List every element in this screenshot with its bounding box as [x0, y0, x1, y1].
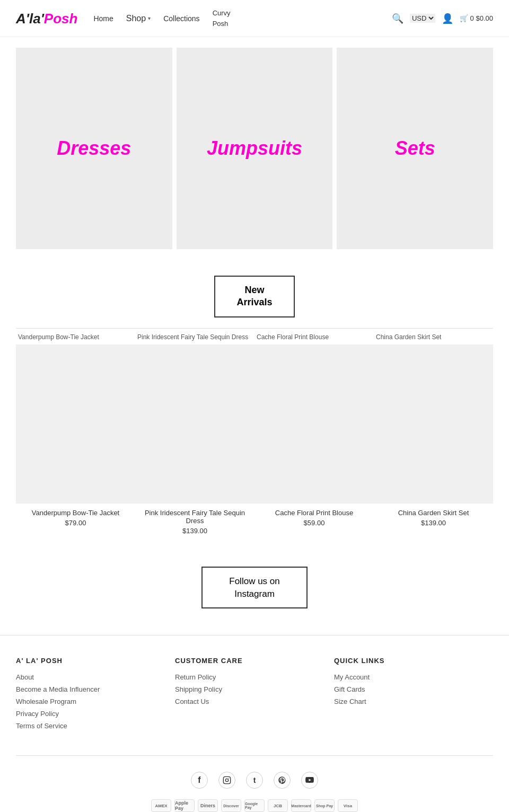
product-bar-name-3: China Garden Skirt Set	[376, 333, 441, 341]
logo[interactable]: A'la'Posh	[16, 10, 77, 27]
category-section: Dresses Jumpsuits Sets	[0, 37, 509, 260]
follow-line2: Instagram	[234, 589, 275, 599]
product-card-3[interactable]: China Garden Skirt Set $139.00	[374, 345, 493, 545]
category-sets[interactable]: Sets	[337, 48, 493, 249]
social-icons-row: f t	[0, 761, 509, 795]
account-icon[interactable]: 👤	[442, 13, 453, 24]
product-bar-name-0: Vanderpump Bow-Tie Jacket	[18, 333, 99, 341]
footer-wholesale-link[interactable]: Wholesale Program	[16, 698, 175, 705]
footer-size-chart-link[interactable]: Size Chart	[334, 698, 493, 705]
footer-influencer-link[interactable]: Become a Media Influencer	[16, 685, 175, 693]
twitter-icon[interactable]: t	[246, 772, 263, 789]
payment-icons-row: AMEX Apple Pay Diners Discover Google Pa…	[0, 795, 509, 812]
footer-my-account-link[interactable]: My Account	[334, 673, 493, 681]
logo-text-main: A'la'	[16, 11, 44, 27]
footer: A' LA' POSH About Become a Media Influen…	[0, 636, 509, 750]
search-icon[interactable]: 🔍	[392, 13, 403, 24]
product-price-3: $139.00	[374, 519, 493, 527]
footer-customer-care-title: CUSTOMER CARE	[175, 657, 334, 665]
product-card-2[interactable]: Cache Floral Print Blouse $59.00	[254, 345, 374, 545]
header-actions: 🔍 USD 👤 🛒 0 $0.00	[392, 13, 493, 24]
nav-curvy[interactable]: Curvy	[213, 8, 231, 19]
new-arrivals-section: New Arrivals	[0, 260, 509, 328]
products-grid: Vanderpump Bow-Tie Jacket $79.00 Pink Ir…	[0, 345, 509, 545]
product-name-0: Vanderpump Bow-Tie Jacket	[16, 509, 135, 517]
footer-contact-link[interactable]: Contact Us	[175, 698, 334, 705]
payment-google-pay: Google Pay	[244, 799, 265, 812]
new-arrivals-button[interactable]: New Arrivals	[214, 276, 294, 317]
chevron-down-icon: ▾	[148, 15, 151, 21]
footer-quick-links-title: QUICK LINKS	[334, 657, 493, 665]
product-name-bar-0: Vanderpump Bow-Tie Jacket	[16, 328, 135, 345]
product-card-0[interactable]: Vanderpump Bow-Tie Jacket $79.00	[16, 345, 135, 545]
footer-return-policy-link[interactable]: Return Policy	[175, 673, 334, 681]
footer-privacy-link[interactable]: Privacy Policy	[16, 710, 175, 718]
footer-brand-col: A' LA' POSH About Become a Media Influen…	[16, 657, 175, 734]
payment-visa: Visa	[338, 799, 358, 812]
follow-line1: Follow us on	[229, 576, 279, 586]
nav-collections[interactable]: Collections	[163, 14, 199, 23]
payment-diners: Diners	[198, 799, 218, 812]
payment-discover: Discover	[221, 799, 241, 812]
product-name-bar-3: China Garden Skirt Set	[374, 328, 493, 345]
youtube-icon[interactable]	[301, 772, 318, 789]
cart-total: $0.00	[476, 14, 493, 22]
category-dresses-label: Dresses	[57, 137, 131, 160]
product-image-0	[16, 345, 135, 504]
product-price-2: $59.00	[254, 519, 374, 527]
product-name-bar-1: Pink Iridescent Fairy Tale Sequin Dress	[135, 328, 254, 345]
svg-rect-0	[223, 777, 230, 784]
new-arrivals-line1: New	[244, 285, 264, 295]
nav-home[interactable]: Home	[93, 14, 113, 23]
product-price-0: $79.00	[16, 519, 135, 527]
nav-shop-label: Shop	[126, 14, 146, 23]
footer-bottom-divider	[16, 755, 493, 756]
category-dresses[interactable]: Dresses	[16, 48, 172, 249]
nav-curvy-posh: Curvy Posh	[213, 8, 231, 29]
payment-jcb: JCB	[268, 799, 288, 812]
pinterest-icon[interactable]	[274, 772, 291, 789]
facebook-icon[interactable]: f	[191, 772, 208, 789]
category-sets-label: Sets	[395, 137, 435, 160]
main-nav: Home Shop ▾ Collections Curvy Posh	[93, 8, 230, 29]
footer-about-link[interactable]: About	[16, 673, 175, 681]
cart-button[interactable]: 🛒 0 $0.00	[460, 14, 493, 22]
product-name-1: Pink Iridescent Fairy Tale Sequin Dress	[135, 509, 254, 525]
payment-amex: AMEX	[151, 799, 171, 812]
follow-instagram-button[interactable]: Follow us on Instagram	[201, 567, 307, 609]
product-image-1	[135, 345, 254, 504]
product-name-2: Cache Floral Print Blouse	[254, 509, 374, 517]
currency-selector[interactable]: USD	[410, 14, 435, 23]
product-name-bar-2: Cache Floral Print Blouse	[254, 328, 374, 345]
product-name-3: China Garden Skirt Set	[374, 509, 493, 517]
svg-point-2	[229, 778, 229, 779]
product-image-2	[254, 345, 374, 504]
new-arrivals-line2: Arrivals	[236, 297, 272, 307]
svg-point-1	[225, 779, 228, 782]
payment-apple-pay: Apple Pay	[174, 799, 195, 812]
category-jumpsuits-label: Jumpsuits	[207, 137, 302, 160]
nav-shop[interactable]: Shop ▾	[126, 14, 151, 23]
nav-posh[interactable]: Posh	[213, 19, 231, 29]
logo-text-posh: Posh	[44, 11, 78, 27]
product-names-bar: Vanderpump Bow-Tie Jacket Pink Iridescen…	[0, 328, 509, 345]
payment-shop-pay: Shop Pay	[314, 799, 335, 812]
footer-shipping-policy-link[interactable]: Shipping Policy	[175, 685, 334, 693]
follow-instagram-section: Follow us on Instagram	[0, 545, 509, 636]
product-card-1[interactable]: Pink Iridescent Fairy Tale Sequin Dress …	[135, 345, 254, 545]
product-image-3	[374, 345, 493, 504]
instagram-icon[interactable]	[218, 772, 235, 789]
footer-customer-care-col: CUSTOMER CARE Return Policy Shipping Pol…	[175, 657, 334, 734]
footer-brand-title: A' LA' POSH	[16, 657, 175, 665]
product-bar-name-1: Pink Iridescent Fairy Tale Sequin Dress	[137, 333, 248, 341]
category-jumpsuits[interactable]: Jumpsuits	[177, 48, 333, 249]
footer-gift-cards-link[interactable]: Gift Cards	[334, 685, 493, 693]
product-price-1: $139.00	[135, 527, 254, 535]
cart-count: 0	[470, 14, 474, 22]
payment-mastercard: Mastercard	[291, 799, 311, 812]
header: A'la'Posh Home Shop ▾ Collections Curvy …	[0, 0, 509, 37]
footer-quick-links-col: QUICK LINKS My Account Gift Cards Size C…	[334, 657, 493, 734]
product-bar-name-2: Cache Floral Print Blouse	[257, 333, 329, 341]
footer-tos-link[interactable]: Terms of Service	[16, 722, 175, 730]
